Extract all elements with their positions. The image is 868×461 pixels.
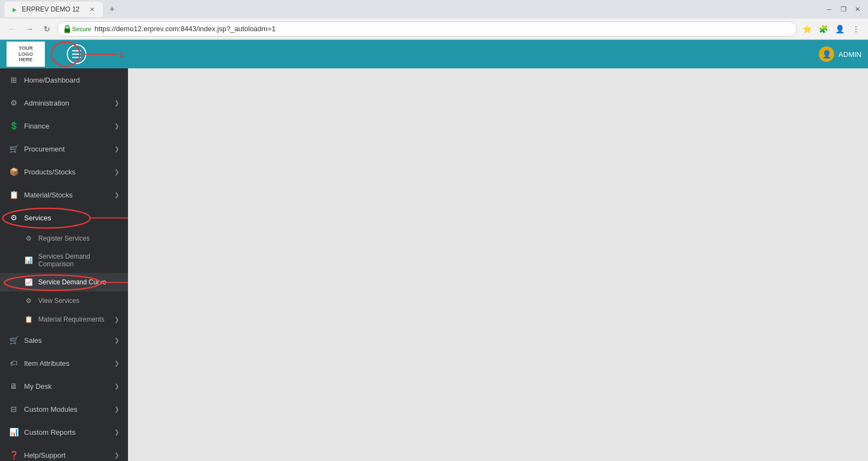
logo-text: YOURLOGOHERE xyxy=(19,45,33,63)
logo: YOURLOGOHERE xyxy=(7,42,45,67)
submenu-label-services-demand-comparison: Services Demand Comparison xyxy=(38,253,119,268)
sidebar-item-products-stocks[interactable]: 📦 Products/Stocks ❯ xyxy=(0,160,128,183)
sidebar-item-sales[interactable]: 🛒 Sales ❯ xyxy=(0,329,128,352)
browser-nav-bar: ← → ↻ Secure https://demo12.erprev.com:8… xyxy=(0,19,868,39)
service-demand-curve-icon: 📈 xyxy=(24,278,33,287)
browser-title-bar: ▶ ERPREV DEMO 12 ✕ + ─ ❐ ✕ xyxy=(0,0,868,19)
sidebar-item-finance[interactable]: 💲 Finance ❯ xyxy=(0,114,128,137)
content-area xyxy=(128,68,868,461)
view-services-icon: ⚙ xyxy=(24,296,33,305)
chevron-item-attributes: ❯ xyxy=(114,360,119,367)
bookmark-button[interactable]: ⭐ xyxy=(799,21,814,37)
sidebar-item-service-demand-curve[interactable]: 📈 Service Demand Curve xyxy=(0,273,128,291)
administration-icon: ⚙ xyxy=(9,98,19,108)
chevron-administration: ❯ xyxy=(114,100,119,107)
close-window-button[interactable]: ✕ xyxy=(852,3,864,15)
sidebar-item-services-demand-comparison[interactable]: 📊 Services Demand Comparison xyxy=(0,248,128,273)
new-tab-button[interactable]: + xyxy=(105,2,119,16)
sales-icon: 🛒 xyxy=(9,335,19,345)
chevron-my-desk: ❯ xyxy=(114,383,119,390)
chevron-help: ❯ xyxy=(114,452,119,459)
services-icon: ⚙ xyxy=(9,213,19,223)
more-button[interactable]: ⋮ xyxy=(848,21,864,37)
chevron-finance: ❯ xyxy=(114,122,119,130)
custom-reports-icon: 📊 xyxy=(9,427,19,437)
chevron-custom-modules: ❯ xyxy=(114,406,119,413)
secure-label: Secure xyxy=(72,26,91,32)
back-button[interactable]: ← xyxy=(4,21,20,37)
sidebar-label-my-desk: My Desk xyxy=(24,382,109,390)
chevron-custom-reports: ❯ xyxy=(114,429,119,436)
secure-icon: Secure xyxy=(64,25,91,33)
svg-rect-0 xyxy=(65,28,70,33)
sidebar-item-home-dashboard[interactable]: ⊞ Home/Dashboard xyxy=(0,68,128,91)
sidebar-label-procurement: Procurement xyxy=(24,145,109,153)
chevron-material-requirements: ❯ xyxy=(114,316,119,323)
material-requirements-icon: 📋 xyxy=(24,315,33,324)
window-controls: ─ ❐ ✕ xyxy=(823,3,864,15)
sidebar-label-home: Home/Dashboard xyxy=(24,76,119,84)
sidebar-label-services: Services xyxy=(24,214,119,222)
chevron-products: ❯ xyxy=(114,168,119,176)
restore-button[interactable]: ❐ xyxy=(837,3,849,15)
sidebar-label-finance: Finance xyxy=(24,122,109,130)
sidebar-label-products: Products/Stocks xyxy=(24,168,109,176)
main-layout: ⊞ Home/Dashboard ⚙ Administration ❯ 💲 Fi… xyxy=(0,68,868,461)
user-label: ADMIN xyxy=(838,50,861,59)
material-icon: 📋 xyxy=(9,190,19,200)
app-container: YOURLOGOHERE 1 👤 xyxy=(0,40,868,461)
submenu-label-material-requirements: Material Requirements xyxy=(38,316,104,323)
sidebar-item-register-services[interactable]: ⚙ Register Services xyxy=(0,229,128,248)
sidebar-item-item-attributes[interactable]: 🏷 Item Attributes ❯ xyxy=(0,352,128,375)
sidebar-label-item-attributes: Item Attributes xyxy=(24,359,109,367)
products-icon: 📦 xyxy=(9,167,19,177)
browser-chrome: ▶ ERPREV DEMO 12 ✕ + ─ ❐ ✕ ← → ↻ xyxy=(0,0,868,40)
user-area: 👤 ADMIN xyxy=(819,46,861,62)
tab-close-button[interactable]: ✕ xyxy=(88,5,96,14)
tab-favicon: ▶ xyxy=(11,5,19,13)
custom-modules-icon: ⊟ xyxy=(9,404,19,414)
procurement-icon: 🛒 xyxy=(9,144,19,154)
help-icon: ❓ xyxy=(9,450,19,460)
sidebar-item-my-desk[interactable]: 🖥 My Desk ❯ xyxy=(0,375,128,398)
user-avatar: 👤 xyxy=(819,46,834,62)
address-bar[interactable]: Secure https://demo12.erprev.com:8443/in… xyxy=(57,21,797,37)
sidebar: ⊞ Home/Dashboard ⚙ Administration ❯ 💲 Fi… xyxy=(0,68,128,461)
refresh-button[interactable]: ↻ xyxy=(39,21,55,37)
sidebar-item-material-stocks[interactable]: 📋 Material/Stocks ❯ xyxy=(0,183,128,206)
sidebar-label-custom-reports: Custom Reports xyxy=(24,428,109,436)
sidebar-item-material-requirements[interactable]: 📋 Material Requirements ❯ xyxy=(0,310,128,329)
extensions-button[interactable]: 🧩 xyxy=(815,21,831,37)
chevron-material: ❯ xyxy=(114,191,119,199)
submenu-label-register-services: Register Services xyxy=(38,235,90,242)
services-demand-comparison-icon: 📊 xyxy=(24,256,33,265)
submenu-label-service-demand-curve: Service Demand Curve xyxy=(38,278,106,286)
sidebar-item-view-services[interactable]: ⚙ View Services xyxy=(0,291,128,310)
sidebar-label-help: Help/Support xyxy=(24,451,109,459)
minimize-button[interactable]: ─ xyxy=(823,3,835,15)
sidebar-label-material: Material/Stocks xyxy=(24,191,109,199)
sidebar-item-procurement[interactable]: 🛒 Procurement ❯ xyxy=(0,137,128,160)
finance-icon: 💲 xyxy=(9,121,19,131)
nav-actions: ⭐ 🧩 👤 ⋮ xyxy=(799,21,864,37)
sidebar-item-services[interactable]: ⚙ Services xyxy=(0,206,128,229)
hamburger-button[interactable] xyxy=(67,44,86,64)
tab-title: ERPREV DEMO 12 xyxy=(22,5,79,13)
profile-button[interactable]: 👤 xyxy=(832,21,847,37)
browser-tab[interactable]: ▶ ERPREV DEMO 12 ✕ xyxy=(4,2,103,17)
sidebar-item-custom-modules[interactable]: ⊟ Custom Modules ❯ xyxy=(0,398,128,421)
home-icon: ⊞ xyxy=(9,75,19,85)
sidebar-item-custom-reports[interactable]: 📊 Custom Reports ❯ xyxy=(0,421,128,444)
hamburger-icon xyxy=(72,50,81,58)
register-services-icon: ⚙ xyxy=(24,234,33,243)
forward-button[interactable]: → xyxy=(22,21,37,37)
sidebar-label-sales: Sales xyxy=(24,336,109,345)
sidebar-item-help-support[interactable]: ❓ Help/Support ❯ xyxy=(0,444,128,461)
item-attributes-icon: 🏷 xyxy=(9,358,19,368)
submenu-label-view-services: View Services xyxy=(38,297,79,305)
sidebar-label-custom-modules: Custom Modules xyxy=(24,405,109,413)
chevron-sales: ❯ xyxy=(114,337,119,344)
sidebar-item-administration[interactable]: ⚙ Administration ❯ xyxy=(0,91,128,114)
sidebar-label-administration: Administration xyxy=(24,99,109,107)
annotation-1: 1 xyxy=(119,50,124,59)
